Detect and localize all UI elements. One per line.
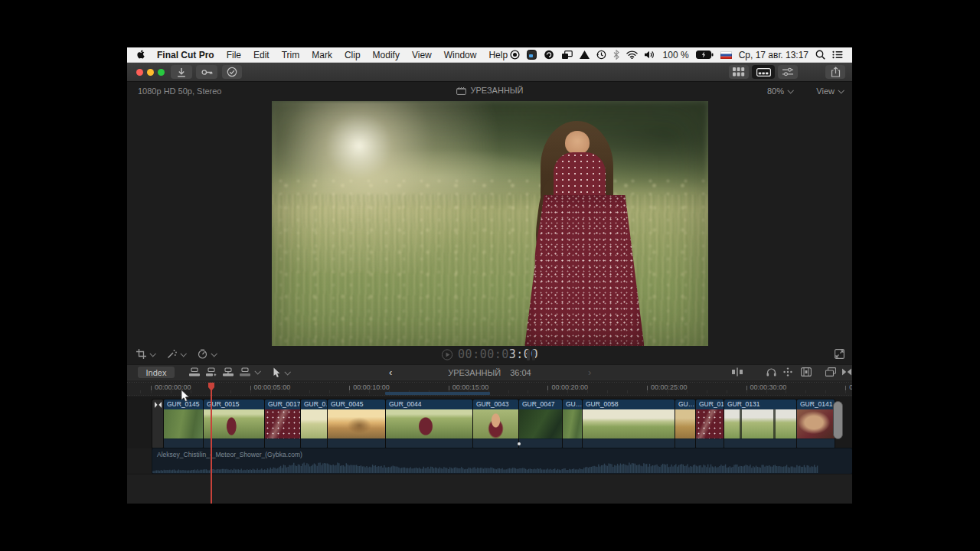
timeline-clip-gur0044[interactable]: GUR_0044 xyxy=(386,399,472,448)
input-language-flag-icon[interactable] xyxy=(720,51,732,59)
menu-clip[interactable]: Clip xyxy=(345,50,361,60)
clip-thumbnail xyxy=(797,409,835,439)
timeline-clip-gur0043[interactable]: GUR_0043 xyxy=(473,399,518,448)
background-tasks-button[interactable] xyxy=(222,65,242,79)
control-center-list-icon[interactable] xyxy=(832,51,843,59)
timeline-view-button[interactable] xyxy=(752,65,775,79)
menu-modify[interactable]: Modify xyxy=(373,50,400,60)
viewer-zoom-menu[interactable]: 80% xyxy=(767,86,792,96)
time-machine-icon[interactable] xyxy=(596,50,606,60)
menu-mark[interactable]: Mark xyxy=(312,50,332,60)
timeline-clip-gur0141[interactable]: GUR_0141 xyxy=(797,399,835,448)
clip-audio-strip xyxy=(265,439,300,448)
timeline-clip-gur0145[interactable]: GUR_0145 xyxy=(164,399,203,448)
clip-name-label: GUR_0017 xyxy=(265,399,300,409)
fullscreen-icon[interactable] xyxy=(835,349,844,359)
import-media-button[interactable] xyxy=(171,65,192,79)
battery-icon[interactable] xyxy=(696,51,714,59)
enhancements-menu[interactable] xyxy=(167,349,185,359)
retime-menu[interactable] xyxy=(198,349,216,359)
window-zoom-button[interactable] xyxy=(158,69,165,76)
connect-edit-button[interactable] xyxy=(188,367,201,377)
screen-capture-app-icon[interactable] xyxy=(527,50,537,60)
timeline-history-back[interactable]: ‹ xyxy=(389,367,392,377)
select-tool-menu[interactable] xyxy=(273,367,289,378)
triangle-app-icon[interactable] xyxy=(580,51,590,59)
overwrite-edit-menu[interactable] xyxy=(239,367,260,377)
menu-window[interactable]: Window xyxy=(444,50,477,60)
timeline-clip-gu[interactable]: GU… xyxy=(563,399,582,448)
clip-name-label: GUR_0044 xyxy=(386,399,472,409)
active-app-name[interactable]: Final Cut Pro xyxy=(157,50,214,60)
menu-help[interactable]: Help xyxy=(488,50,508,60)
insert-edit-button[interactable] xyxy=(205,367,217,377)
timeline-clip-gur0017[interactable]: GUR_0017 xyxy=(265,399,300,448)
audio-connection-dot xyxy=(518,442,521,445)
crop-tool-menu[interactable] xyxy=(136,349,155,359)
timeline-clip-gur0[interactable]: GUR_0… xyxy=(301,399,327,448)
skimming-icon[interactable] xyxy=(783,367,792,377)
transitions-browser-icon[interactable] xyxy=(841,367,852,377)
playhead[interactable] xyxy=(211,383,212,504)
macos-menu-bar: Final Cut Pro FileEditTrimMarkClipModify… xyxy=(127,47,852,63)
effects-browser-icon[interactable] xyxy=(825,367,836,377)
audio-meter-left[interactable] xyxy=(527,350,530,360)
creative-cloud-icon[interactable] xyxy=(544,50,554,60)
displays-icon[interactable] xyxy=(561,51,573,60)
window-minimize-button[interactable] xyxy=(147,69,154,76)
audio-clip[interactable]: Aleksey_Chistilin_-_Meteor_Shower_(Gybka… xyxy=(152,448,852,474)
chevron-down-icon xyxy=(211,350,217,357)
timeline-project-title[interactable]: УРЕЗАННЫЙ xyxy=(448,368,501,377)
mouse-cursor xyxy=(181,390,190,403)
render-range-indicator xyxy=(385,392,490,395)
video-subject-woman xyxy=(512,121,674,346)
clip-audio-strip xyxy=(724,439,796,448)
share-button[interactable] xyxy=(825,65,845,79)
audio-skimming-icon[interactable] xyxy=(766,367,776,377)
volume-icon[interactable] xyxy=(645,51,656,59)
timeline-clip-gur0015[interactable]: GUR_0015 xyxy=(204,399,264,448)
screen-record-icon[interactable] xyxy=(510,50,520,60)
clock-label[interactable]: Ср, 17 авг. 13:17 xyxy=(739,50,808,60)
timeline-clip-gur01[interactable]: GUR_01… xyxy=(696,399,724,448)
clip-thumbnail xyxy=(204,409,264,439)
clip-appearance-icon[interactable] xyxy=(732,367,743,377)
wifi-icon[interactable] xyxy=(626,51,638,59)
timeline-clip-gur0047[interactable]: GUR_0047 xyxy=(519,399,562,448)
clip-audio-strip xyxy=(164,439,203,448)
viewer-info-bar: 1080p HD 50p, Stereo УРЕЗАННЫЙ 80% View xyxy=(127,82,852,101)
timeline-clip-gur0045[interactable]: GUR_0045 xyxy=(328,399,385,448)
menu-edit[interactable]: Edit xyxy=(253,50,270,60)
index-button[interactable]: Index xyxy=(138,367,175,378)
timeline-clip-gu[interactable]: GU… xyxy=(675,399,695,448)
solo-clip-icon[interactable] xyxy=(801,367,812,377)
ruler-tick: 00:00:30:00 xyxy=(746,386,747,390)
bluetooth-icon[interactable] xyxy=(613,50,619,60)
apple-menu-icon[interactable] xyxy=(136,50,145,60)
search-icon[interactable] xyxy=(815,50,825,60)
menu-file[interactable]: File xyxy=(227,50,241,60)
window-close-button[interactable] xyxy=(136,69,143,76)
ruler-tick-label: 00:00:25:00 xyxy=(651,383,688,391)
timeline-history-forward[interactable]: › xyxy=(588,367,591,377)
timeline-clip-gur0131[interactable]: GUR_0131 xyxy=(724,399,796,448)
timeline-clip-gur0058[interactable]: GUR_0058 xyxy=(583,399,675,448)
viewer-view-menu[interactable]: View xyxy=(816,86,843,96)
fcp-toolbar xyxy=(127,63,852,82)
play-button[interactable] xyxy=(441,349,452,360)
keyword-editor-button[interactable] xyxy=(196,65,217,79)
browser-view-button[interactable] xyxy=(729,65,749,79)
ruler-tick-label: 00 xyxy=(849,383,852,391)
viewer-control-bar: 00:00:03:00 xyxy=(127,346,852,364)
clip-name-label: GUR_0015 xyxy=(204,399,264,409)
menu-view[interactable]: View xyxy=(412,50,432,60)
timeline-ruler[interactable]: 00:00:00:0000:00:05:0000:00:10:0000:00:1… xyxy=(127,380,852,396)
timeline-scrollbar[interactable] xyxy=(833,401,843,439)
clip-thumbnail xyxy=(563,409,582,439)
audio-meter-right[interactable] xyxy=(532,350,535,360)
chevron-down-icon xyxy=(284,369,290,375)
inspector-button[interactable] xyxy=(778,65,798,79)
append-edit-button[interactable] xyxy=(222,367,234,377)
menu-trim[interactable]: Trim xyxy=(282,50,300,60)
ruler-tick: 00:00:00:00 xyxy=(151,386,152,390)
